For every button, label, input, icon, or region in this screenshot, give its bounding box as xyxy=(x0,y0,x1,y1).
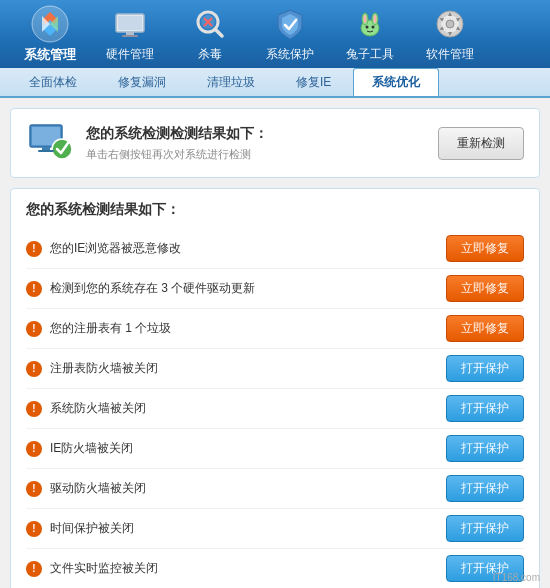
tab-bar: 全面体检 修复漏洞 清理垃圾 修复IE 系统优化 xyxy=(0,68,550,98)
rabbit-icon xyxy=(351,5,389,43)
tab-repair-ie[interactable]: 修复IE xyxy=(277,68,350,96)
fix-button[interactable]: 立即修复 xyxy=(446,235,524,262)
nav-logo[interactable]: 系统管理 xyxy=(10,4,90,64)
warn-icon: ! xyxy=(26,561,42,577)
item-text: 驱动防火墙被关闭 xyxy=(50,480,146,497)
warn-icon: ! xyxy=(26,281,42,297)
svg-rect-3 xyxy=(126,32,134,35)
protect-button[interactable]: 打开保护 xyxy=(446,475,524,502)
item-text: 您的注册表有 1 个垃圾 xyxy=(50,320,171,337)
result-item: !您的IE浏览器被恶意修改立即修复 xyxy=(26,229,524,269)
item-text: IE防火墙被关闭 xyxy=(50,440,133,457)
summary-subtitle: 单击右侧按钮再次对系统进行检测 xyxy=(86,147,268,162)
warn-icon: ! xyxy=(26,321,42,337)
computer-icon xyxy=(26,119,74,167)
software-icon xyxy=(431,5,469,43)
protect-button[interactable]: 打开保护 xyxy=(446,395,524,422)
svg-rect-2 xyxy=(118,16,142,30)
item-left: !驱动防火墙被关闭 xyxy=(26,480,146,497)
tab-optimize[interactable]: 系统优化 xyxy=(353,68,439,96)
svg-rect-4 xyxy=(122,35,138,37)
svg-point-22 xyxy=(52,139,72,159)
tab-repair-missing[interactable]: 修复漏洞 xyxy=(99,68,185,96)
item-text: 注册表防火墙被关闭 xyxy=(50,360,158,377)
result-item: !时间保护被关闭打开保护 xyxy=(26,509,524,549)
summary-title: 您的系统检测检测结果如下： xyxy=(86,125,268,143)
svg-point-19 xyxy=(446,20,454,28)
main-content: 您的系统检测结果如下： !您的IE浏览器被恶意修改立即修复!检测到您的系统存在 … xyxy=(10,188,540,588)
warn-icon: ! xyxy=(26,361,42,377)
fix-button[interactable]: 立即修复 xyxy=(446,315,524,342)
nav-item-hardware[interactable]: 硬件管理 xyxy=(90,0,170,71)
result-item: !IE防火墙被关闭打开保护 xyxy=(26,429,524,469)
top-nav: 系统管理 硬件管理 杀毒 xyxy=(0,0,550,68)
result-item: !系统防火墙被关闭打开保护 xyxy=(26,389,524,429)
svg-rect-24 xyxy=(38,150,54,152)
result-item: !驱动防火墙被关闭打开保护 xyxy=(26,469,524,509)
item-left: !检测到您的系统存在 3 个硬件驱动更新 xyxy=(26,280,255,297)
summary-text: 您的系统检测检测结果如下： 单击右侧按钮再次对系统进行检测 xyxy=(86,125,268,162)
watermark: IT168.com xyxy=(493,572,540,583)
nav-item-software[interactable]: 软件管理 xyxy=(410,0,490,71)
warn-icon: ! xyxy=(26,441,42,457)
item-left: !您的IE浏览器被恶意修改 xyxy=(26,240,181,257)
item-left: !文件实时监控被关闭 xyxy=(26,560,158,577)
fix-button[interactable]: 立即修复 xyxy=(446,275,524,302)
nav-item-software-label: 软件管理 xyxy=(426,46,474,63)
svg-point-13 xyxy=(364,15,367,23)
result-item: !您的注册表有 1 个垃圾立即修复 xyxy=(26,309,524,349)
protect-button[interactable]: 打开保护 xyxy=(446,355,524,382)
item-left: !您的注册表有 1 个垃圾 xyxy=(26,320,171,337)
protect-icon xyxy=(271,5,309,43)
nav-item-protect-label: 系统保护 xyxy=(266,46,314,63)
item-left: !时间保护被关闭 xyxy=(26,520,134,537)
result-item: !文件实时监控被关闭打开保护 xyxy=(26,549,524,588)
svg-rect-23 xyxy=(42,147,50,150)
protect-button[interactable]: 打开保护 xyxy=(446,515,524,542)
warn-icon: ! xyxy=(26,401,42,417)
nav-item-kill[interactable]: 杀毒 xyxy=(170,0,250,71)
warn-icon: ! xyxy=(26,521,42,537)
svg-point-16 xyxy=(372,26,375,29)
tab-full-check[interactable]: 全面体检 xyxy=(10,68,96,96)
item-left: !IE防火墙被关闭 xyxy=(26,440,133,457)
hardware-icon xyxy=(111,5,149,43)
warn-icon: ! xyxy=(26,481,42,497)
logo-label: 系统管理 xyxy=(24,46,76,64)
item-text: 您的IE浏览器被恶意修改 xyxy=(50,240,181,257)
result-item: !注册表防火墙被关闭打开保护 xyxy=(26,349,524,389)
protect-button[interactable]: 打开保护 xyxy=(446,435,524,462)
item-left: !注册表防火墙被关闭 xyxy=(26,360,158,377)
summary-left: 您的系统检测检测结果如下： 单击右侧按钮再次对系统进行检测 xyxy=(26,119,268,167)
result-item: !检测到您的系统存在 3 个硬件驱动更新立即修复 xyxy=(26,269,524,309)
result-list: !您的IE浏览器被恶意修改立即修复!检测到您的系统存在 3 个硬件驱动更新立即修… xyxy=(26,229,524,588)
item-text: 系统防火墙被关闭 xyxy=(50,400,146,417)
recheck-button[interactable]: 重新检测 xyxy=(438,127,524,160)
nav-item-rabbit[interactable]: 兔子工具 xyxy=(330,0,410,71)
svg-line-6 xyxy=(215,29,222,36)
svg-point-14 xyxy=(374,15,377,23)
item-text: 检测到您的系统存在 3 个硬件驱动更新 xyxy=(50,280,255,297)
kill-icon xyxy=(191,5,229,43)
summary-panel: 您的系统检测检测结果如下： 单击右侧按钮再次对系统进行检测 重新检测 xyxy=(10,108,540,178)
nav-item-rabbit-label: 兔子工具 xyxy=(346,46,394,63)
item-text: 文件实时监控被关闭 xyxy=(50,560,158,577)
nav-item-protect[interactable]: 系统保护 xyxy=(250,0,330,71)
logo-icon xyxy=(30,4,70,44)
nav-item-hardware-label: 硬件管理 xyxy=(106,46,154,63)
nav-item-kill-label: 杀毒 xyxy=(198,46,222,63)
item-left: !系统防火墙被关闭 xyxy=(26,400,146,417)
tab-clean-junk[interactable]: 清理垃圾 xyxy=(188,68,274,96)
warn-icon: ! xyxy=(26,241,42,257)
result-title: 您的系统检测结果如下： xyxy=(26,201,524,219)
item-text: 时间保护被关闭 xyxy=(50,520,134,537)
svg-point-15 xyxy=(366,26,369,29)
